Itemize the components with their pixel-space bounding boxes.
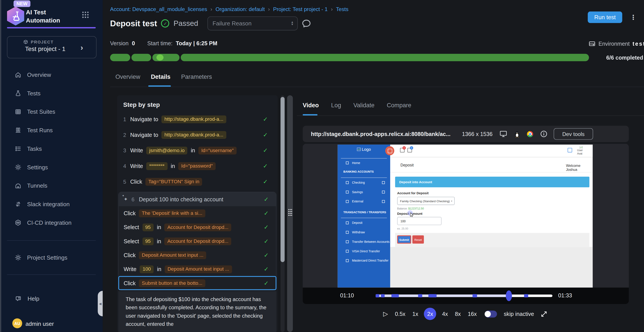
sidebar-item-tunnels[interactable]: Tunnels xyxy=(0,179,103,193)
sidebar-item-settings[interactable]: Settings xyxy=(0,160,103,174)
toggle-knob xyxy=(484,311,490,317)
bank-account-label: Account for Deposit xyxy=(397,192,428,195)
tabs-divider xyxy=(297,116,644,116)
step-group-card: ✦✦ 6 Deposit 100 into checking account ✓… xyxy=(118,192,276,290)
locator-chip: Account for Deposit dropd... xyxy=(164,237,231,245)
steps-scrollbar-thumb[interactable] xyxy=(280,97,285,262)
timeline-track[interactable] xyxy=(376,294,552,297)
tabs-divider xyxy=(110,87,644,87)
click-indicator xyxy=(385,146,394,156)
speed-16x[interactable]: 16x xyxy=(468,311,477,317)
sidebar-item-tasks[interactable]: Tasks xyxy=(0,142,103,156)
step-row-3[interactable]: 3 Write jsmith@demo.io in Id="username" … xyxy=(123,145,268,156)
substep-row-4[interactable]: Click Deposit Amount text input ... ✓ xyxy=(119,248,276,262)
slack-icon xyxy=(15,201,22,208)
sidebar-collapse-handle[interactable]: ◀ xyxy=(98,291,103,316)
video-url: http://stage.dbank.prod-apps.relicx.ai:8… xyxy=(311,131,450,137)
sidebar-item-help[interactable]: Help xyxy=(0,292,103,306)
tab-log[interactable]: Log xyxy=(331,102,341,108)
step-row-1[interactable]: 1 Navigate to http://stage.dbank.prod-a.… xyxy=(123,114,268,124)
run-progress-bar xyxy=(110,54,590,61)
tab-overview[interactable]: Overview xyxy=(116,74,140,80)
substep-row-6-selected[interactable]: Click Submit button at the botto... ✓ xyxy=(118,276,276,290)
value-chip: 95 xyxy=(142,237,154,245)
dev-tools-button[interactable]: Dev tools xyxy=(554,128,593,140)
window-icon: 0 xyxy=(408,148,412,152)
progress-segment xyxy=(181,54,589,61)
video-resolution: 1366 x 1536 xyxy=(462,131,492,137)
sidebar-item-project-settings[interactable]: Project Settings xyxy=(0,250,103,264)
breadcrumb-separator: › xyxy=(210,6,212,12)
step-check-icon: ✓ xyxy=(264,224,268,230)
avatar[interactable]: AU xyxy=(12,318,22,328)
sidebar-divider xyxy=(7,240,96,241)
substep-row-2[interactable]: Select 95 in Account for Deposit dropd..… xyxy=(119,220,276,234)
sidebar-item-cicd-integration[interactable]: CI-CD integration xyxy=(0,216,103,230)
speed-0-5x[interactable]: 0.5x xyxy=(395,311,406,317)
step-group-header[interactable]: ✦✦ 6 Deposit 100 into checking account ✓ xyxy=(119,192,276,206)
timeline-event-marker[interactable] xyxy=(418,294,422,297)
speed-4x[interactable]: 4x xyxy=(442,311,448,317)
step-check-icon: ✓ xyxy=(264,266,268,272)
step-row-4[interactable]: 4 Write ******** in Id="password" ✓ xyxy=(123,161,268,171)
broken-image-icon xyxy=(357,148,360,151)
bank-account-select: Family Checking (Standard Checking)▾ xyxy=(397,197,455,205)
value-chip: ******** xyxy=(146,162,168,170)
sidebar-item-overview[interactable]: Overview xyxy=(0,68,103,82)
chrome-icon xyxy=(527,131,533,137)
speed-2x-active[interactable]: 2x xyxy=(424,308,436,320)
breadcrumb-tests[interactable]: Tests xyxy=(336,6,348,12)
run-test-button[interactable]: Run test xyxy=(588,12,622,23)
tab-video[interactable]: Video xyxy=(303,102,319,108)
step-row-5[interactable]: 5 Click Tag="BUTTON" Sign in ✓ xyxy=(123,176,268,187)
bank-nav-external: External xyxy=(346,200,363,203)
cicd-hexagon-link-icon xyxy=(15,220,22,226)
comment-icon[interactable] xyxy=(302,19,311,28)
fullscreen-icon[interactable] xyxy=(541,311,547,317)
sidebar-item-test-suites[interactable]: Test Suites xyxy=(0,105,103,119)
breadcrumb-organization[interactable]: Organization: default xyxy=(216,6,264,12)
substep-row-1[interactable]: Click The 'Deposit' link with a si... ✓ xyxy=(119,206,276,220)
timeline-event-marker[interactable] xyxy=(472,294,477,297)
tab-validate[interactable]: Validate xyxy=(353,102,374,108)
speed-8x[interactable]: 8x xyxy=(455,311,461,317)
sidebar-item-test-runs[interactable]: Test Runs xyxy=(0,123,103,137)
kebab-menu-icon[interactable]: ⋮ xyxy=(630,14,637,21)
step-check-icon: ✓ xyxy=(264,252,268,258)
failure-reason-select[interactable]: Failure Reason ▴▾ xyxy=(207,16,298,30)
info-icon[interactable] xyxy=(540,130,548,138)
step-row-2[interactable]: 2 Navigate to http://stage.dbank.prod-a.… xyxy=(123,129,268,140)
tab-details[interactable]: Details xyxy=(151,74,170,80)
breadcrumb-account[interactable]: Account: Devspace_all_module_licenses xyxy=(110,6,207,12)
timeline-event-marker[interactable] xyxy=(524,294,528,297)
value-chip: 95 xyxy=(142,223,154,231)
bank-reset-button: Reset xyxy=(412,235,424,244)
sidebar-item-tests[interactable]: Tests xyxy=(0,86,103,100)
timeline-event-marker[interactable] xyxy=(392,294,399,297)
substep-row-5[interactable]: Write 100 in Deposit Amount text input .… xyxy=(119,262,276,276)
breadcrumb-project[interactable]: Project: Test project - 1 xyxy=(273,6,328,12)
bank-page-background xyxy=(390,247,592,288)
sidebar-item-slack-integration[interactable]: Slack integration xyxy=(0,197,103,211)
timeline-event-marker[interactable] xyxy=(428,294,436,297)
step-check-icon: ✓ xyxy=(264,280,268,286)
play-button[interactable]: ▷ xyxy=(383,310,388,318)
user-name: admin user xyxy=(26,320,54,327)
video-viewport[interactable]: Logo Home BANKING ACCOUNTS Checking Savi… xyxy=(303,144,629,304)
timeline-event-marker[interactable] xyxy=(376,294,380,297)
substep-row-3[interactable]: Select 95 in Account for Deposit dropd..… xyxy=(119,234,276,248)
project-selector[interactable]: PROJECT Test project - 1 › xyxy=(7,36,97,58)
version-value: 0 xyxy=(132,40,135,46)
apps-grid-icon[interactable] xyxy=(81,10,90,19)
panel-splitter-handle[interactable] xyxy=(287,95,293,332)
step-check-icon: ✓ xyxy=(263,116,268,122)
bank-section-accounts: BANKING ACCOUNTS xyxy=(344,170,374,173)
tab-parameters[interactable]: Parameters xyxy=(181,74,212,80)
step-check-icon: ✓ xyxy=(264,238,268,244)
skip-inactive-toggle[interactable] xyxy=(484,310,497,318)
timeline-thumb[interactable] xyxy=(506,290,512,301)
timeline-event-marker[interactable] xyxy=(381,294,385,297)
value-chip: http://stage.dbank.prod-a... xyxy=(162,131,226,139)
tab-compare[interactable]: Compare xyxy=(387,102,412,108)
speed-1x[interactable]: 1x xyxy=(412,311,418,317)
